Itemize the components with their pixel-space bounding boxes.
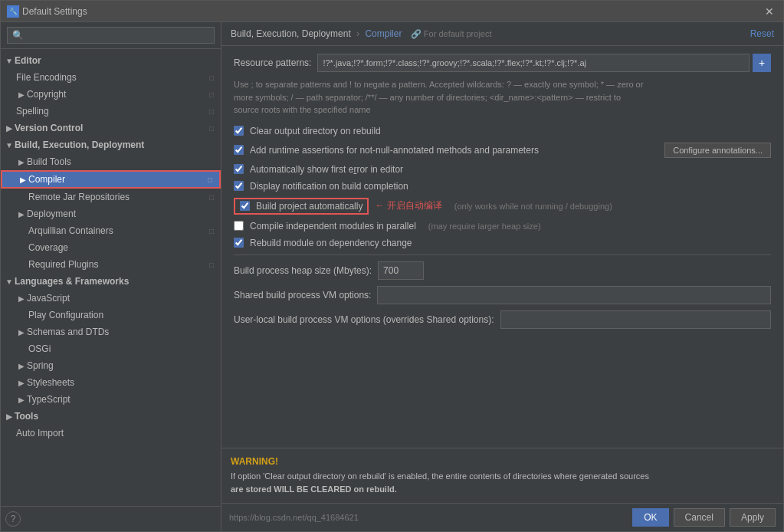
add-runtime-checkbox[interactable] xyxy=(234,145,244,155)
heap-size-row: Build process heap size (Mbytes): xyxy=(234,261,771,280)
separator xyxy=(234,255,771,255)
copyright-copy-icon: □ xyxy=(205,88,218,100)
reset-link[interactable]: Reset xyxy=(750,28,774,39)
help-button[interactable]: ? xyxy=(5,511,21,527)
js-label: JavaScript xyxy=(27,293,218,304)
shared-vm-row: Shared build process VM options: xyxy=(234,286,771,304)
sidebar-bottom: ? xyxy=(1,506,221,531)
sidebar-item-osgi[interactable]: OSGi xyxy=(1,340,221,357)
sidebar-item-version-control[interactable]: ▶ Version Control □ xyxy=(1,120,221,136)
sidebar-item-languages[interactable]: ▼ Languages & Frameworks xyxy=(1,273,221,290)
sidebar-item-typescript[interactable]: ▶ TypeScript xyxy=(1,391,221,408)
default-settings-window: 🔧 Default Settings ✕ ▼ Editor File Encod… xyxy=(0,0,784,532)
deployment-arrow: ▶ xyxy=(16,210,27,218)
show-first-error-checkbox[interactable] xyxy=(234,164,244,174)
display-notification-checkbox[interactable] xyxy=(234,181,244,191)
warning-box: WARNING! If option 'Clear output directo… xyxy=(221,448,783,503)
vc-arrow: ▶ xyxy=(4,124,15,133)
deployment-label: Deployment xyxy=(27,209,218,219)
sidebar-item-arquillian[interactable]: Arquillian Containers □ xyxy=(1,222,221,239)
clear-output-checkbox[interactable] xyxy=(234,126,244,136)
sidebar-item-copyright[interactable]: ▶ Copyright □ xyxy=(1,86,221,103)
checkbox-show-first-error: Automatically show first error in editor xyxy=(234,164,771,175)
sidebar-item-auto-import[interactable]: Auto Import xyxy=(1,425,221,442)
close-button[interactable]: ✕ xyxy=(762,4,777,19)
show-first-error-label: Automatically show first error in editor xyxy=(250,164,403,175)
compiler-label: Compiler xyxy=(28,174,204,185)
cancel-button[interactable]: Cancel xyxy=(674,508,725,527)
checkbox-compile-parallel: Compile independent modules in parallel xyxy=(234,221,416,232)
annotation-build-auto: ← 开启自动编译 xyxy=(375,199,441,212)
search-input[interactable] xyxy=(7,27,215,44)
sidebar-item-javascript[interactable]: ▶ JavaScript xyxy=(1,290,221,307)
sidebar-item-deployment[interactable]: ▶ Deployment xyxy=(1,205,221,222)
schemas-arrow: ▶ xyxy=(16,328,27,337)
osgi-label: OSGi xyxy=(28,343,218,354)
sidebar-item-file-encodings[interactable]: File Encodings □ xyxy=(1,69,221,86)
sidebar-item-play-config[interactable]: Play Configuration xyxy=(1,307,221,323)
sidebar-item-schemas-dtds[interactable]: ▶ Schemas and DTDs xyxy=(1,323,221,340)
file-encodings-label: File Encodings xyxy=(16,72,205,83)
checkbox-rebuild-module: Rebuild module on dependency change xyxy=(234,238,771,248)
sidebar-item-build-execution[interactable]: ▼ Build, Execution, Deployment xyxy=(1,136,221,153)
required-plugins-icon: □ xyxy=(205,258,218,271)
editor-arrow: ▼ xyxy=(4,57,15,65)
build-automatically-checkbox[interactable] xyxy=(240,201,250,211)
arquillian-label: Arquillian Containers xyxy=(28,225,205,236)
resource-patterns-input[interactable] xyxy=(317,54,750,72)
checkbox-display-notification: Display notification on build completion xyxy=(234,181,771,192)
sidebar-item-tools[interactable]: ▶ Tools xyxy=(1,408,221,425)
checkbox-add-runtime: Add runtime assertions for not-null-anno… xyxy=(234,143,771,158)
sidebar-item-remote-jar[interactable]: Remote Jar Repositories □ xyxy=(1,189,221,205)
user-local-vm-label: User-local build process VM options (ove… xyxy=(234,314,494,325)
compile-parallel-checkbox[interactable] xyxy=(234,221,244,231)
right-panel: Build, Execution, Deployment › Compiler … xyxy=(221,22,783,531)
typescript-label: TypeScript xyxy=(27,394,218,405)
vc-copy-icon: □ xyxy=(205,122,218,134)
configure-annotations-button[interactable]: Configure annotations... xyxy=(664,143,771,158)
languages-label: Languages & Frameworks xyxy=(15,276,218,287)
schemas-label: Schemas and DTDs xyxy=(27,327,218,337)
typescript-arrow: ▶ xyxy=(16,396,27,404)
window-title: Default Settings xyxy=(22,6,87,17)
panel-body: Resource patterns: + Use ; to separate p… xyxy=(221,46,783,448)
sidebar-item-spelling[interactable]: Spelling □ xyxy=(1,103,221,120)
copyright-arrow: ▶ xyxy=(16,90,27,99)
stylesheets-arrow: ▶ xyxy=(16,379,27,387)
resource-patterns-add-button[interactable]: + xyxy=(753,54,771,72)
spelling-copy-icon: □ xyxy=(205,105,218,117)
sidebar-item-stylesheets[interactable]: ▶ Stylesheets xyxy=(1,374,221,391)
auto-import-label: Auto Import xyxy=(16,428,218,438)
sidebar-item-required-plugins[interactable]: Required Plugins □ xyxy=(1,256,221,273)
breadcrumb-compiler: Compiler xyxy=(365,28,402,39)
sidebar-item-coverage[interactable]: Coverage xyxy=(1,239,221,256)
build-arrow: ▼ xyxy=(4,141,15,149)
shared-vm-label: Shared build process VM options: xyxy=(234,290,371,300)
warning-text: If option 'Clear output directory on reb… xyxy=(231,470,774,495)
sidebar-item-compiler[interactable]: ▶ Compiler □ xyxy=(1,170,221,189)
shared-vm-input[interactable] xyxy=(377,286,771,304)
breadcrumb: Build, Execution, Deployment › Compiler … xyxy=(231,28,492,39)
for-default-label: 🔗 For default project xyxy=(411,29,492,38)
apply-button[interactable]: Apply xyxy=(730,508,776,527)
compiler-copy-icon: □ xyxy=(204,173,216,186)
breadcrumb-build: Build, Execution, Deployment xyxy=(231,28,351,39)
spring-arrow: ▶ xyxy=(16,362,27,370)
user-local-vm-row: User-local build process VM options (ove… xyxy=(234,310,771,329)
user-local-vm-input[interactable] xyxy=(500,310,772,329)
breadcrumb-sep: › xyxy=(356,28,362,39)
app-icon: 🔧 xyxy=(7,5,19,18)
play-config-label: Play Configuration xyxy=(28,310,218,320)
sidebar-item-build-tools[interactable]: ▶ Build Tools xyxy=(1,153,221,170)
main-content: ▼ Editor File Encodings □ ▶ Copyright □ … xyxy=(1,22,783,531)
add-runtime-label: Add runtime assertions for not-null-anno… xyxy=(250,145,539,156)
heap-size-input[interactable] xyxy=(378,261,424,280)
resource-patterns-label: Resource patterns: xyxy=(234,57,311,68)
sidebar-item-spring[interactable]: ▶ Spring xyxy=(1,357,221,374)
build-auto-note: (only works while not running / debuggin… xyxy=(454,202,612,211)
ok-button[interactable]: OK xyxy=(632,508,668,527)
sidebar-item-editor[interactable]: ▼ Editor xyxy=(1,52,221,69)
remote-jar-icon: □ xyxy=(205,191,218,203)
rebuild-module-checkbox[interactable] xyxy=(234,238,244,248)
build-tools-arrow: ▶ xyxy=(16,158,27,166)
